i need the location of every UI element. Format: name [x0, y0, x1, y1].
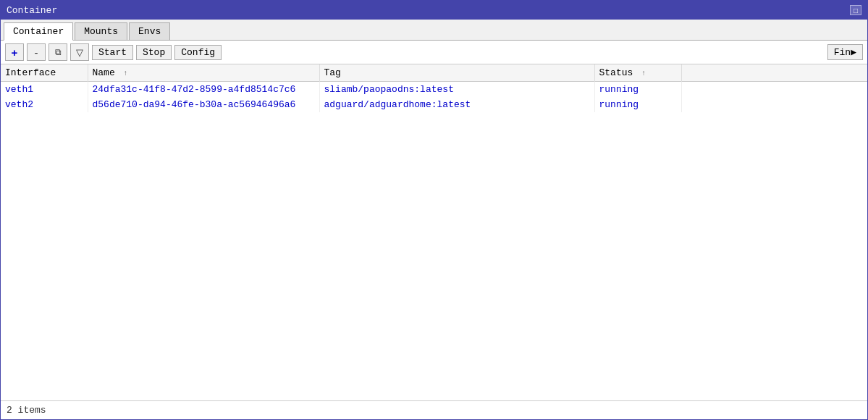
remove-button[interactable]: -: [27, 43, 46, 61]
col-header-extra: [681, 64, 867, 82]
table-row[interactable]: veth2d56de710-da94-46fe-b30a-ac56946496a…: [1, 97, 867, 112]
find-button[interactable]: Fin▶: [827, 44, 863, 60]
plus-icon: +: [12, 46, 18, 59]
col-header-status[interactable]: Status ↑: [594, 64, 681, 82]
cell-interface: veth1: [1, 82, 88, 98]
cell-name: d56de710-da94-46fe-b30a-ac56946496a6: [88, 97, 319, 112]
status-sort-icon: ↑: [641, 70, 646, 77]
maximize-button[interactable]: □: [850, 5, 861, 15]
filter-button[interactable]: ▽: [70, 43, 89, 61]
name-sort-icon: ↑: [124, 70, 128, 77]
minus-icon: -: [35, 46, 38, 59]
start-button[interactable]: Start: [92, 45, 133, 60]
cell-tag: sliamb/paopaodns:latest: [319, 82, 594, 98]
copy-icon: ⧉: [55, 47, 62, 57]
table-body: veth124dfa31c-41f8-47d2-8599-a4fd8514c7c…: [1, 82, 867, 113]
toolbar: + - ⧉ ▽ Start Stop Config Fin▶: [1, 41, 867, 64]
cell-name: 24dfa31c-41f8-47d2-8599-a4fd8514c7c6: [88, 82, 319, 98]
table-row[interactable]: veth124dfa31c-41f8-47d2-8599-a4fd8514c7c…: [1, 82, 867, 98]
cell-extra: [681, 82, 867, 98]
table-header-row: Interface Name ↑ Tag Status ↑: [1, 64, 867, 82]
cell-extra: [681, 97, 867, 112]
col-header-interface[interactable]: Interface: [1, 64, 88, 82]
title-bar: Container □: [1, 1, 867, 20]
col-header-name[interactable]: Name ↑: [88, 64, 319, 82]
tab-mounts[interactable]: Mounts: [75, 22, 127, 40]
container-table: Interface Name ↑ Tag Status ↑: [1, 64, 867, 112]
col-header-tag[interactable]: Tag: [319, 64, 594, 82]
config-button[interactable]: Config: [174, 45, 222, 60]
cell-status: running: [594, 82, 681, 98]
tab-envs[interactable]: Envs: [129, 22, 170, 40]
copy-button[interactable]: ⧉: [49, 43, 67, 61]
cell-interface: veth2: [1, 97, 88, 112]
main-window: Container □ Container Mounts Envs + - ⧉ …: [0, 0, 868, 420]
add-button[interactable]: +: [5, 43, 24, 61]
tab-container[interactable]: Container: [4, 22, 73, 41]
cell-tag: adguard/adguardhome:latest: [319, 97, 594, 112]
cell-status: running: [594, 97, 681, 112]
status-bar: 2 items: [1, 400, 867, 419]
tab-bar: Container Mounts Envs: [1, 20, 867, 41]
window-title: Container: [7, 5, 57, 16]
table-area: Interface Name ↑ Tag Status ↑: [1, 64, 867, 400]
stop-button[interactable]: Stop: [136, 45, 172, 60]
items-count: 2 items: [7, 405, 46, 416]
filter-icon: ▽: [76, 47, 83, 58]
